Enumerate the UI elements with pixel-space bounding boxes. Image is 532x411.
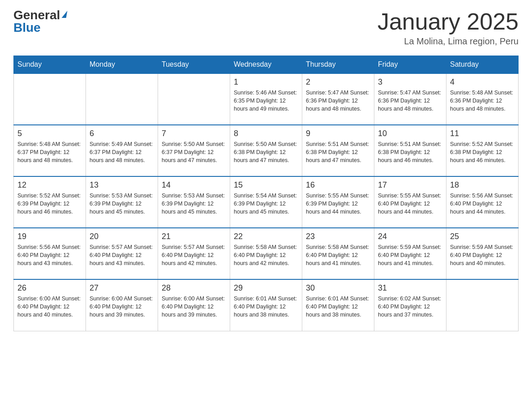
day-info: Sunrise: 5:52 AM Sunset: 6:39 PM Dayligh… xyxy=(17,192,82,216)
day-number: 2 xyxy=(306,77,370,87)
day-info: Sunrise: 5:50 AM Sunset: 6:37 PM Dayligh… xyxy=(162,140,226,164)
day-info: Sunrise: 6:01 AM Sunset: 6:40 PM Dayligh… xyxy=(306,295,370,319)
day-of-week-header: Saturday xyxy=(446,56,519,74)
calendar-cell: 5Sunrise: 5:48 AM Sunset: 6:37 PM Daylig… xyxy=(14,125,86,176)
calendar-cell: 14Sunrise: 5:53 AM Sunset: 6:39 PM Dayli… xyxy=(158,176,230,228)
day-info: Sunrise: 5:57 AM Sunset: 6:40 PM Dayligh… xyxy=(90,243,154,267)
calendar-cell: 7Sunrise: 5:50 AM Sunset: 6:37 PM Daylig… xyxy=(158,125,230,176)
day-number: 31 xyxy=(378,283,442,293)
day-info: Sunrise: 5:59 AM Sunset: 6:40 PM Dayligh… xyxy=(378,243,442,267)
calendar-cell: 10Sunrise: 5:51 AM Sunset: 6:38 PM Dayli… xyxy=(374,125,446,176)
day-number: 13 xyxy=(90,180,154,190)
calendar-cell: 8Sunrise: 5:50 AM Sunset: 6:38 PM Daylig… xyxy=(230,125,302,176)
calendar-cell: 3Sunrise: 5:47 AM Sunset: 6:36 PM Daylig… xyxy=(374,73,446,125)
day-info: Sunrise: 5:48 AM Sunset: 6:37 PM Dayligh… xyxy=(17,140,82,164)
calendar-cell: 27Sunrise: 6:00 AM Sunset: 6:40 PM Dayli… xyxy=(86,279,158,331)
calendar-cell xyxy=(86,73,158,125)
day-number: 3 xyxy=(378,77,442,87)
title-block: January 2025 La Molina, Lima region, Per… xyxy=(378,9,519,47)
day-info: Sunrise: 6:02 AM Sunset: 6:40 PM Dayligh… xyxy=(378,295,442,319)
logo: General Blue xyxy=(13,9,67,34)
day-info: Sunrise: 5:55 AM Sunset: 6:39 PM Dayligh… xyxy=(306,192,370,216)
month-title: January 2025 xyxy=(378,9,519,34)
day-info: Sunrise: 5:52 AM Sunset: 6:38 PM Dayligh… xyxy=(450,140,515,164)
day-number: 22 xyxy=(234,232,298,241)
calendar-week-row: 19Sunrise: 5:56 AM Sunset: 6:40 PM Dayli… xyxy=(14,228,519,279)
calendar-cell: 22Sunrise: 5:58 AM Sunset: 6:40 PM Dayli… xyxy=(230,228,302,279)
day-number: 28 xyxy=(162,283,226,293)
day-info: Sunrise: 5:47 AM Sunset: 6:36 PM Dayligh… xyxy=(378,89,442,113)
calendar-cell: 2Sunrise: 5:47 AM Sunset: 6:36 PM Daylig… xyxy=(302,73,374,125)
day-number: 23 xyxy=(306,232,370,241)
day-number: 20 xyxy=(90,232,154,241)
day-of-week-header: Wednesday xyxy=(230,56,302,74)
calendar-cell: 4Sunrise: 5:48 AM Sunset: 6:36 PM Daylig… xyxy=(446,73,519,125)
calendar-cell: 6Sunrise: 5:49 AM Sunset: 6:37 PM Daylig… xyxy=(86,125,158,176)
day-info: Sunrise: 6:01 AM Sunset: 6:40 PM Dayligh… xyxy=(234,295,298,319)
calendar-cell: 23Sunrise: 5:58 AM Sunset: 6:40 PM Dayli… xyxy=(302,228,374,279)
calendar-week-row: 26Sunrise: 6:00 AM Sunset: 6:40 PM Dayli… xyxy=(14,279,519,331)
day-number: 18 xyxy=(450,180,515,190)
day-info: Sunrise: 5:47 AM Sunset: 6:36 PM Dayligh… xyxy=(306,89,370,113)
day-number: 19 xyxy=(17,232,82,241)
day-number: 4 xyxy=(450,77,515,87)
day-number: 10 xyxy=(378,129,442,138)
day-info: Sunrise: 5:51 AM Sunset: 6:38 PM Dayligh… xyxy=(306,140,370,164)
day-info: Sunrise: 5:49 AM Sunset: 6:37 PM Dayligh… xyxy=(90,140,154,164)
calendar-cell: 26Sunrise: 6:00 AM Sunset: 6:40 PM Dayli… xyxy=(14,279,86,331)
day-number: 5 xyxy=(17,129,82,138)
calendar-cell xyxy=(446,279,519,331)
day-number: 30 xyxy=(306,283,370,293)
day-of-week-header: Tuesday xyxy=(158,56,230,74)
day-info: Sunrise: 5:58 AM Sunset: 6:40 PM Dayligh… xyxy=(306,243,370,267)
day-number: 26 xyxy=(17,283,82,293)
day-number: 21 xyxy=(162,232,226,241)
calendar-cell: 31Sunrise: 6:02 AM Sunset: 6:40 PM Dayli… xyxy=(374,279,446,331)
calendar-cell xyxy=(158,73,230,125)
day-info: Sunrise: 5:54 AM Sunset: 6:39 PM Dayligh… xyxy=(234,192,298,216)
day-number: 16 xyxy=(306,180,370,190)
calendar-cell: 12Sunrise: 5:52 AM Sunset: 6:39 PM Dayli… xyxy=(14,176,86,228)
calendar-cell xyxy=(14,73,86,125)
page-header: General Blue January 2025 La Molina, Lim… xyxy=(13,9,519,47)
calendar-cell: 20Sunrise: 5:57 AM Sunset: 6:40 PM Dayli… xyxy=(86,228,158,279)
calendar-cell: 15Sunrise: 5:54 AM Sunset: 6:39 PM Dayli… xyxy=(230,176,302,228)
day-info: Sunrise: 5:53 AM Sunset: 6:39 PM Dayligh… xyxy=(90,192,154,216)
day-number: 7 xyxy=(162,129,226,138)
day-info: Sunrise: 5:56 AM Sunset: 6:40 PM Dayligh… xyxy=(450,192,515,216)
day-info: Sunrise: 5:50 AM Sunset: 6:38 PM Dayligh… xyxy=(234,140,298,164)
day-info: Sunrise: 5:56 AM Sunset: 6:40 PM Dayligh… xyxy=(17,243,82,267)
calendar-cell: 28Sunrise: 6:00 AM Sunset: 6:40 PM Dayli… xyxy=(158,279,230,331)
day-info: Sunrise: 5:55 AM Sunset: 6:40 PM Dayligh… xyxy=(378,192,442,216)
calendar-cell: 17Sunrise: 5:55 AM Sunset: 6:40 PM Dayli… xyxy=(374,176,446,228)
location-title: La Molina, Lima region, Peru xyxy=(378,36,519,47)
day-number: 12 xyxy=(17,180,82,190)
calendar-cell: 11Sunrise: 5:52 AM Sunset: 6:38 PM Dayli… xyxy=(446,125,519,176)
day-info: Sunrise: 6:00 AM Sunset: 6:40 PM Dayligh… xyxy=(17,295,82,319)
calendar-cell: 30Sunrise: 6:01 AM Sunset: 6:40 PM Dayli… xyxy=(302,279,374,331)
day-number: 8 xyxy=(234,129,298,138)
day-number: 29 xyxy=(234,283,298,293)
day-info: Sunrise: 5:57 AM Sunset: 6:40 PM Dayligh… xyxy=(162,243,226,267)
day-info: Sunrise: 6:00 AM Sunset: 6:40 PM Dayligh… xyxy=(90,295,154,319)
calendar-header-row: SundayMondayTuesdayWednesdayThursdayFrid… xyxy=(14,56,519,74)
calendar-cell: 1Sunrise: 5:46 AM Sunset: 6:35 PM Daylig… xyxy=(230,73,302,125)
day-number: 15 xyxy=(234,180,298,190)
day-of-week-header: Friday xyxy=(374,56,446,74)
day-number: 25 xyxy=(450,232,515,241)
calendar-cell: 9Sunrise: 5:51 AM Sunset: 6:38 PM Daylig… xyxy=(302,125,374,176)
calendar-cell: 21Sunrise: 5:57 AM Sunset: 6:40 PM Dayli… xyxy=(158,228,230,279)
day-info: Sunrise: 5:59 AM Sunset: 6:40 PM Dayligh… xyxy=(450,243,515,267)
calendar-cell: 24Sunrise: 5:59 AM Sunset: 6:40 PM Dayli… xyxy=(374,228,446,279)
day-of-week-header: Thursday xyxy=(302,56,374,74)
calendar-cell: 19Sunrise: 5:56 AM Sunset: 6:40 PM Dayli… xyxy=(14,228,86,279)
calendar-week-row: 1Sunrise: 5:46 AM Sunset: 6:35 PM Daylig… xyxy=(14,73,519,125)
day-number: 24 xyxy=(378,232,442,241)
day-number: 11 xyxy=(450,129,515,138)
day-info: Sunrise: 5:51 AM Sunset: 6:38 PM Dayligh… xyxy=(378,140,442,164)
day-number: 9 xyxy=(306,129,370,138)
day-number: 6 xyxy=(90,129,154,138)
calendar-table: SundayMondayTuesdayWednesdayThursdayFrid… xyxy=(13,56,519,331)
day-number: 1 xyxy=(234,77,298,87)
day-number: 14 xyxy=(162,180,226,190)
